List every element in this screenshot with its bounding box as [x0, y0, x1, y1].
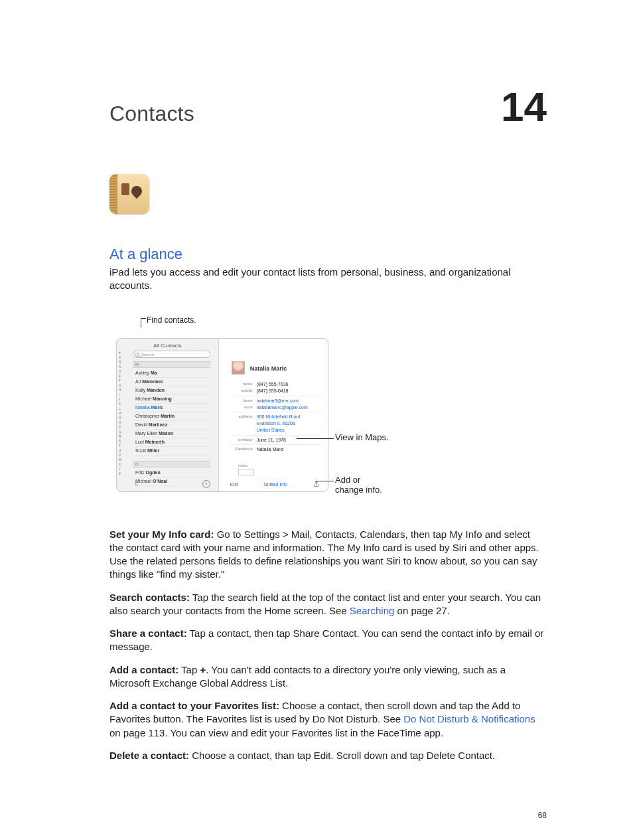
contacts-screenshot-figure: Find contacts. All Contacts Search # A B…	[109, 315, 547, 508]
contact-field-row: homenatalmar3@me.com	[230, 396, 320, 404]
list-item[interactable]: David Martinez	[135, 421, 210, 430]
notes-label: notes	[238, 463, 318, 467]
section-heading: At a glance	[109, 246, 547, 263]
list-item[interactable]: Ashley Ma	[135, 369, 210, 378]
paragraph-favorites: Add a contact to your Favorites list: Ch…	[109, 699, 547, 740]
intro-text: iPad lets you access and edit your conta…	[109, 266, 547, 293]
list-item[interactable]: Mary Ellen Mason	[135, 430, 210, 438]
contact-field-row: FacebookNatalia Maric	[230, 444, 320, 453]
notes-field[interactable]	[238, 469, 254, 475]
contact-field-row: address900 Middlefield Road	[230, 412, 320, 420]
contact-field-row: United States	[230, 427, 320, 434]
edit-button[interactable]: Edit	[230, 482, 238, 487]
section-header-o: O	[133, 461, 210, 467]
list-item[interactable]: Luci Meinerth	[135, 438, 210, 447]
list-item[interactable]: Scott Miller	[135, 447, 210, 456]
contact-field-row: home(847) 555-7636	[230, 381, 320, 388]
page-number: 68	[538, 811, 547, 820]
contact-field-row: mobile(847) 555-0418	[230, 388, 320, 394]
add-contact-button[interactable]: +	[202, 480, 210, 488]
search-placeholder: Search	[141, 353, 154, 357]
paragraph-add: Add a contact: Tap +. You can't add cont…	[109, 663, 547, 691]
list-item[interactable]: Natalia Maric	[135, 404, 210, 412]
paragraph-search: Search contacts: Tap the search field at…	[109, 591, 547, 618]
chapter-title: Contacts	[109, 102, 194, 126]
link-searching[interactable]: Searching	[350, 605, 395, 616]
callout-add-change-info: Add orchange info.	[335, 475, 382, 495]
search-input[interactable]: Search	[133, 351, 210, 358]
list-item[interactable]: Kelly Mandon	[135, 386, 210, 395]
search-icon	[135, 353, 139, 357]
callout-find-contacts: Find contacts.	[147, 315, 196, 325]
callout-view-in-maps: View in Maps.	[335, 432, 389, 442]
groups-button[interactable]: C	[133, 480, 141, 488]
link-dnd-notifications[interactable]: Do Not Disturb & Notifications	[403, 713, 535, 724]
unified-info-button[interactable]: Unified Info	[264, 482, 287, 487]
contact-card-name: Natalia Maric	[250, 365, 287, 372]
contact-field-row: Evanston IL 60208	[230, 420, 320, 427]
all-contacts-title: All Contacts	[117, 343, 218, 349]
contact-field-row: worknataliamaric@apple.com	[230, 404, 320, 410]
paragraph-delete: Delete a contact: Choose a contact, than…	[109, 749, 547, 762]
chapter-number: 14	[501, 86, 547, 127]
list-item[interactable]: Michael Manning	[135, 395, 210, 404]
avatar	[232, 361, 245, 375]
contacts-book-ui: All Contacts Search # A B C D E F G H I …	[116, 338, 328, 492]
plus-icon: +	[200, 664, 206, 675]
contacts-app-icon	[109, 174, 149, 214]
paragraph-share: Share a contact: Tap a contact, then tap…	[109, 627, 547, 654]
list-item[interactable]: Christopher Martin	[135, 412, 210, 421]
contact-field-row: birthdayJune 11, 1978	[230, 435, 320, 444]
paragraph-my-info: Set your My Info card: Go to Settings > …	[109, 528, 547, 582]
list-item[interactable]: Fritz Ogden	[135, 469, 210, 477]
alphabet-index[interactable]: # A B C D E F G H I J K L M N O P Q R S …	[119, 351, 122, 476]
list-item[interactable]: AJ Maiorano	[135, 378, 210, 386]
share-icon[interactable]	[313, 481, 320, 488]
section-header-m: M	[133, 361, 210, 368]
